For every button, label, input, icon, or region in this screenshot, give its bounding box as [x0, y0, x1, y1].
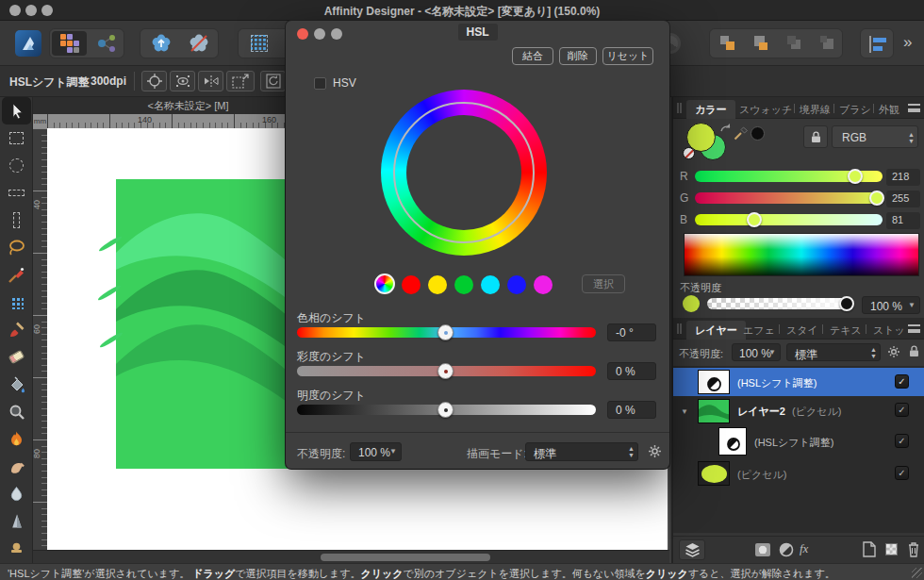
tool-clone-stamp[interactable] [0, 535, 33, 562]
duplicate-transform-button[interactable] [226, 71, 255, 91]
layer-row-pixel[interactable]: (ピクセル) ✓ [673, 459, 924, 488]
swatch-cyan[interactable] [481, 275, 500, 294]
pixel-layer-thumbnail[interactable] [698, 461, 730, 486]
panel-menu-icon[interactable] [908, 104, 920, 112]
picked-color-swatch[interactable] [751, 126, 765, 141]
layers-gear-icon[interactable] [887, 345, 900, 358]
tool-flood-select[interactable] [0, 289, 33, 316]
export-persona-button[interactable] [89, 31, 124, 56]
color-opacity-handle[interactable] [839, 296, 854, 311]
blue-slider[interactable] [695, 214, 883, 225]
swatch-blue[interactable] [507, 275, 526, 294]
layers-stack-button[interactable] [679, 539, 705, 560]
blue-value[interactable]: 81 [886, 212, 920, 229]
dialog-zoom-button[interactable] [331, 28, 342, 40]
tab-swatches[interactable]: スウォッチ [739, 103, 792, 117]
layer-visibility-checkbox[interactable]: ✓ [895, 403, 909, 417]
green-value[interactable]: 255 [886, 191, 920, 207]
reset-button[interactable]: リセット [602, 47, 653, 65]
tab-layers[interactable]: レイヤー [686, 321, 746, 341]
swatch-magenta[interactable] [534, 275, 553, 294]
pixel-layer-thumbnail[interactable] [698, 399, 730, 423]
dialog-minimize-button[interactable] [314, 28, 325, 40]
show-selection-button[interactable] [170, 71, 195, 91]
panel-grip[interactable] [677, 103, 682, 113]
tool-sharpen[interactable] [0, 507, 33, 535]
saturation-shift-handle[interactable] [437, 363, 454, 379]
dialog-gear-icon[interactable] [648, 444, 662, 458]
swatch-red[interactable] [402, 275, 421, 294]
tool-row-marquee[interactable] [0, 179, 33, 207]
tool-lasso[interactable] [0, 234, 33, 261]
swatch-green[interactable] [454, 275, 473, 294]
tab-effects[interactable]: エフェ [743, 323, 775, 338]
dialog-opacity-dropdown[interactable]: 100 %▼ [350, 442, 402, 461]
move-to-back-button[interactable] [811, 31, 842, 56]
select-button[interactable]: 選択 [582, 274, 625, 293]
alignment-button[interactable] [860, 28, 894, 58]
adjustment-thumbnail[interactable] [718, 427, 747, 456]
merge-button[interactable]: 結合 [512, 47, 553, 65]
tab-appearance[interactable]: 外観 [879, 103, 899, 117]
move-to-front-button[interactable] [712, 31, 743, 56]
rotate-selection-button[interactable] [260, 71, 286, 91]
tool-eraser[interactable] [0, 343, 33, 371]
scrollbar-thumb[interactable] [321, 554, 490, 561]
layer-row-hsl-adjustment[interactable]: (HSLシフト調整) ✓ [673, 368, 924, 396]
tab-brushes[interactable]: ブラシ [839, 103, 871, 117]
luminosity-shift-handle[interactable] [437, 402, 454, 418]
mask-layer-icon[interactable] [754, 542, 771, 557]
tool-smudge[interactable] [0, 453, 33, 480]
color-spectrum-picker[interactable] [684, 233, 919, 276]
move-backward-button[interactable] [778, 31, 809, 56]
color-opacity-dropdown[interactable]: 100 %▼ [862, 296, 920, 314]
hue-shift-handle[interactable] [437, 324, 454, 340]
hsv-checkbox[interactable] [314, 77, 326, 90]
trash-icon[interactable] [907, 541, 920, 557]
tool-burn[interactable] [0, 425, 33, 453]
layers-lock-icon[interactable] [909, 345, 919, 357]
delete-button[interactable]: 削除 [559, 47, 597, 65]
assistant-off-button[interactable] [181, 31, 216, 56]
panel-menu-icon[interactable] [908, 324, 920, 333]
tab-styles[interactable]: スタイ [786, 323, 818, 338]
blue-slider-handle[interactable] [747, 212, 762, 227]
layer-row-layer2[interactable]: ▼ レイヤー2 (ピクセル) ✓ [673, 398, 924, 424]
tab-color[interactable]: カラー [686, 100, 735, 121]
tab-stock[interactable]: ストッ [873, 323, 905, 338]
dialog-close-button[interactable] [297, 28, 308, 40]
horizontal-scrollbar[interactable] [33, 550, 669, 563]
tool-flood-fill[interactable] [0, 371, 33, 398]
pixel-persona-button[interactable] [52, 31, 87, 56]
snapping-toggle-button[interactable] [241, 31, 276, 56]
red-value[interactable]: 218 [886, 169, 920, 186]
tab-stroke[interactable]: 境界線 [800, 103, 831, 117]
layer-row-child-hsl-adjustment[interactable]: (HSLシフト調整) ✓ [673, 426, 924, 457]
fx-layer-icon[interactable]: fx [800, 541, 808, 556]
tool-move[interactable] [2, 97, 31, 124]
saturation-shift-value[interactable]: 0 % [607, 362, 656, 380]
tool-blur[interactable] [0, 480, 33, 507]
lock-color-button[interactable] [803, 125, 828, 148]
swatch-rainbow-wheel[interactable] [374, 273, 395, 294]
tool-ellipse-marquee[interactable] [0, 152, 33, 179]
flip-horizontal-button[interactable] [198, 71, 223, 91]
hue-shift-value[interactable]: -0 ° [607, 323, 656, 341]
layers-opacity-dropdown[interactable]: 100 %▼ [732, 343, 781, 361]
hue-color-wheel[interactable] [381, 90, 547, 256]
layer-visibility-checkbox[interactable]: ✓ [895, 374, 909, 389]
layer-visibility-checkbox[interactable]: ✓ [895, 466, 909, 480]
layer-visibility-checkbox[interactable]: ✓ [895, 434, 909, 448]
color-model-dropdown[interactable]: RGB ▲▼ [832, 125, 918, 148]
tool-selection-brush[interactable] [0, 261, 33, 289]
resize-grip[interactable] [912, 568, 922, 578]
new-pixel-layer-icon[interactable] [885, 543, 898, 555]
adjustment-layer-icon[interactable] [779, 542, 794, 557]
toolbar-overflow-chevron[interactable]: » [903, 33, 912, 52]
swatch-yellow[interactable] [428, 275, 447, 294]
expand-triangle-icon[interactable]: ▼ [681, 407, 688, 416]
adjustment-thumbnail[interactable] [698, 370, 730, 394]
color-opacity-slider[interactable] [707, 298, 852, 309]
tool-zoom[interactable] [0, 398, 33, 425]
green-slider[interactable] [695, 192, 883, 204]
